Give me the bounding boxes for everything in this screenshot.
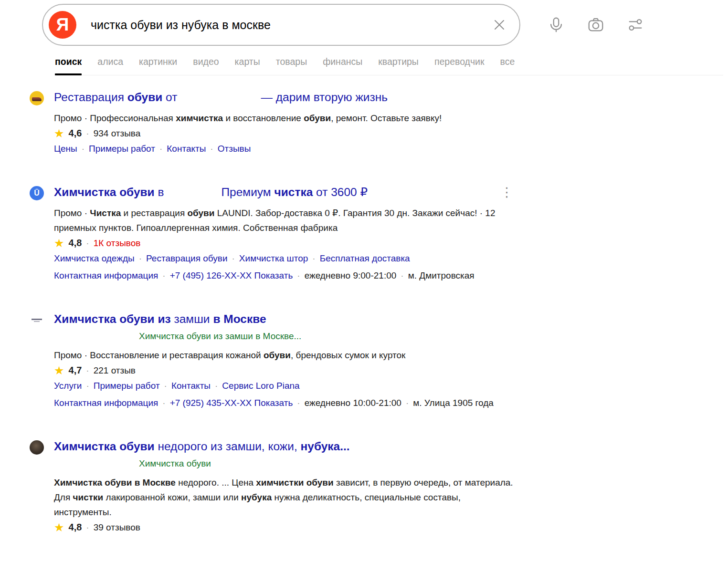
text-segment[interactable]: Премиум: [221, 186, 274, 198]
separator: ·: [139, 253, 142, 263]
text-segment[interactable]: в Москве: [213, 312, 266, 325]
search-header: Я: [0, 0, 728, 46]
text-segment: , брендовых сумок и курток: [291, 350, 405, 360]
review-count: 39 отзывов: [94, 522, 140, 533]
laundi-logo-favicon-icon: Ū: [30, 186, 44, 200]
tab-video[interactable]: видео: [193, 56, 219, 67]
result-link[interactable]: +7 (495) 126-XX-XX Показать: [170, 270, 293, 280]
tab-karty[interactable]: карты: [235, 56, 260, 67]
clear-icon[interactable]: [491, 16, 508, 33]
text-segment[interactable]: в: [155, 186, 164, 198]
text-segment[interactable]: Химчистка обуви из: [54, 312, 171, 325]
result-title-link[interactable]: Химчистка обуви недорого из замши, кожи,…: [54, 439, 350, 454]
text-segment: лакированной кожи, замши или: [103, 492, 241, 502]
result-breadcrumb[interactable]: Химчистка обуви из замши в Москве...: [54, 331, 513, 342]
links-row: Контактная информация·+7 (495) 126-XX-XX…: [54, 268, 513, 283]
tab-kartinki[interactable]: картинки: [139, 56, 177, 67]
separator: ·: [86, 365, 89, 376]
redacted-gap: [177, 101, 261, 101]
yandex-logo[interactable]: Я: [49, 11, 76, 39]
camera-icon[interactable]: [587, 16, 605, 34]
result-link[interactable]: Контакты: [167, 144, 206, 154]
result-link[interactable]: Контактная информация: [54, 270, 158, 280]
tab-finansy[interactable]: финансы: [323, 56, 362, 67]
text-segment: , ремонт. Оставьте заявку!: [331, 113, 442, 123]
tab-kvartiry[interactable]: квартиры: [378, 56, 419, 67]
result-link[interactable]: Отзывы: [218, 144, 251, 154]
text-segment[interactable]: нубука...: [301, 440, 350, 453]
star-icon: ★: [54, 522, 64, 533]
result-content: Химчистка обуви недорого из замши, кожи,…: [54, 439, 513, 533]
links-row: Цены·Примеры работ·Контакты·Отзывы: [54, 141, 513, 156]
star-icon: ★: [54, 238, 64, 249]
separator: ·: [297, 270, 300, 280]
filters-icon[interactable]: [626, 16, 644, 34]
rating-row: ★4,8·1К отзывов: [54, 238, 513, 249]
separator: ·: [164, 381, 167, 391]
search-bar: Я: [42, 4, 520, 46]
text-segment[interactable]: от 3600 ₽: [313, 186, 368, 198]
rating-value: 4,7: [69, 365, 82, 376]
separator: ·: [162, 270, 165, 280]
text-segment[interactable]: недорого из замши, кожи,: [155, 440, 301, 453]
title-row: Химчистка обуви недорого из замши, кожи,…: [54, 439, 513, 454]
result-link[interactable]: Услуги: [54, 381, 82, 391]
text-segment[interactable]: от: [162, 91, 177, 104]
links-row: Услуги·Примеры работ·Контакты·Сервис Lor…: [54, 378, 513, 393]
result-link[interactable]: Примеры работ: [94, 381, 160, 391]
text-segment[interactable]: Химчистка обуви: [54, 186, 155, 198]
mic-icon[interactable]: [547, 16, 565, 34]
title-row: Химчистка обуви вПремиум чистка от 3600 …: [54, 185, 513, 199]
separator: ·: [312, 253, 315, 263]
review-count: 934 отзыва: [94, 128, 141, 139]
text-logo-favicon-icon: [30, 313, 44, 327]
text-segment: химчистки обуви: [256, 477, 333, 488]
separator: ·: [86, 128, 89, 139]
result-link[interactable]: Примеры работ: [89, 144, 155, 154]
tab-tovary[interactable]: товары: [276, 56, 307, 67]
kebab-menu-icon[interactable]: ⋮: [500, 186, 513, 198]
separator: ·: [86, 238, 89, 249]
separator: ·: [406, 398, 409, 408]
result-title-link[interactable]: Химчистка обуви вПремиум чистка от 3600 …: [54, 185, 368, 199]
result-content: Реставрация обуви от— дарим вторую жизнь…: [54, 90, 513, 156]
search-result: ŪХимчистка обуви вПремиум чистка от 3600…: [30, 185, 728, 283]
tab-perevodchik[interactable]: переводчик: [434, 56, 485, 67]
text-segment[interactable]: чистка: [274, 186, 313, 198]
text-segment: Промо · Восстановление и реставрация кож…: [54, 350, 264, 360]
separator: ·: [232, 253, 235, 263]
text-segment[interactable]: Химчистка обуви: [54, 440, 155, 453]
separator: ·: [86, 381, 89, 391]
text-segment: и реставрация: [121, 208, 187, 218]
result-link[interactable]: Бесплатная доставка: [320, 253, 410, 263]
result-link[interactable]: Цены: [54, 144, 77, 154]
text-segment[interactable]: Реставрация: [54, 91, 127, 104]
search-input[interactable]: [90, 18, 486, 32]
dark-photo-favicon-icon: [30, 440, 44, 455]
text-segment: Промо ·: [54, 208, 90, 218]
result-title-link[interactable]: Химчистка обуви из замши в Москве: [54, 311, 266, 326]
result-info-text: м. Дмитровская: [408, 270, 475, 280]
result-link[interactable]: Реставрация обуви: [146, 253, 228, 263]
text-segment: обуви: [187, 208, 214, 218]
tab-vse[interactable]: все: [500, 56, 515, 67]
result-breadcrumb[interactable]: Химчистка обуви: [54, 458, 513, 469]
tab-poisk[interactable]: поиск: [55, 56, 82, 67]
redacted-gap: [164, 196, 221, 196]
text-segment[interactable]: — дарим вторую жизнь: [261, 91, 388, 104]
separator: ·: [86, 522, 89, 533]
result-link[interactable]: Контактная информация: [54, 398, 158, 408]
result-title-link[interactable]: Реставрация обуви от— дарим вторую жизнь: [54, 90, 388, 104]
tab-alisa[interactable]: алиса: [97, 56, 123, 67]
result-link[interactable]: Химчистка штор: [239, 253, 308, 263]
result-link[interactable]: +7 (925) 435-XX-XX Показать: [170, 398, 293, 408]
result-link[interactable]: Сервис Loro Piana: [222, 381, 299, 391]
result-link[interactable]: Химчистка одежды: [54, 253, 135, 263]
result-link[interactable]: Контакты: [171, 381, 211, 391]
text-segment[interactable]: обуви: [127, 91, 163, 104]
text-segment[interactable]: замши: [171, 312, 213, 325]
result-snippet: Промо · Чистка и реставрация обуви LAUND…: [54, 206, 513, 235]
title-row: Химчистка обуви из замши в Москве: [54, 311, 513, 326]
separator: ·: [159, 144, 162, 154]
text-segment: чистки: [73, 492, 104, 502]
